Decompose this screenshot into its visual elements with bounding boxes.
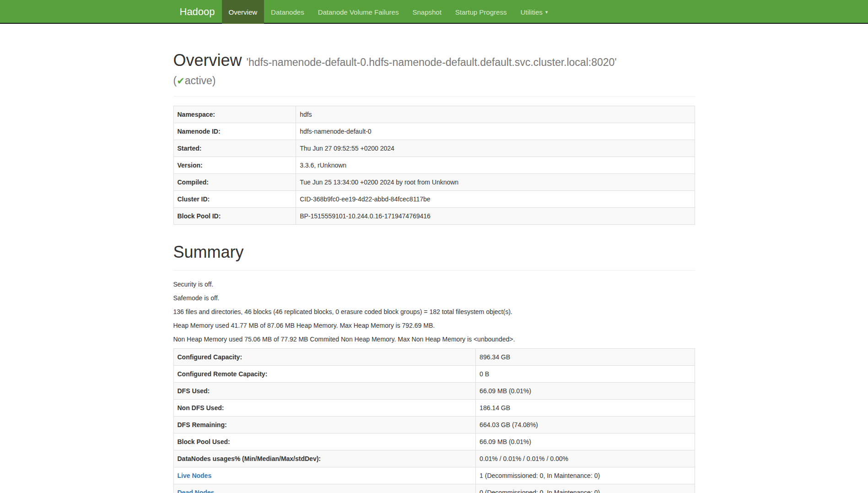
row-label: Configured Capacity: [173, 348, 476, 365]
row-value: 0.01% / 0.01% / 0.01% / 0.00% [476, 450, 695, 467]
row-value: 3.3.6, rUnknown [296, 157, 695, 174]
main-content: Overview 'hdfs-namenode-default-0.hdfs-n… [167, 51, 702, 493]
tab-datanodes[interactable]: Datanodes [264, 0, 311, 24]
row-label: Started: [173, 140, 296, 157]
row-label: Block Pool Used: [173, 433, 476, 450]
row-value: 186.14 GB [476, 399, 695, 416]
row-label: Configured Remote Capacity: [173, 365, 476, 382]
row-value: hdfs [296, 106, 695, 123]
table-row-non-dfs-used: Non DFS Used: 186.14 GB [173, 399, 695, 416]
tab-utilities-label: Utilities [520, 8, 542, 16]
tab-startup-progress[interactable]: Startup Progress [448, 0, 514, 24]
table-row-block-pool-id: Block Pool ID: BP-1515559101-10.244.0.16… [173, 208, 695, 225]
row-label: Compiled: [173, 174, 296, 191]
row-label: Live Nodes [173, 467, 476, 484]
tab-startup-progress-label: Startup Progress [455, 8, 507, 16]
tab-datanode-volume-failures-label: Datanode Volume Failures [318, 8, 399, 16]
overview-page-header: Overview 'hdfs-namenode-default-0.hdfs-n… [173, 51, 695, 97]
table-row-namespace: Namespace: hdfs [173, 106, 695, 123]
dead-nodes-link[interactable]: Dead Nodes [178, 489, 215, 493]
row-label: Version: [173, 157, 296, 174]
row-label: Namespace: [173, 106, 296, 123]
summary-table: Configured Capacity: 896.34 GB Configure… [173, 348, 695, 493]
table-row-dead-nodes: Dead Nodes 0 (Decommissioned: 0, In Main… [173, 484, 695, 493]
heap-memory-text: Heap Memory used 41.77 MB of 87.06 MB He… [173, 321, 695, 330]
row-value: CID-368b9fc0-ee19-4d22-abbd-84fcec8117be [296, 191, 695, 208]
namenode-status: (✔active) [173, 75, 216, 87]
navbar-tabs: Overview Datanodes Datanode Volume Failu… [222, 0, 555, 24]
row-label: DFS Remaining: [173, 416, 476, 433]
table-row-namenode-id: Namenode ID: hdfs-namenode-default-0 [173, 123, 695, 140]
row-value: 66.09 MB (0.01%) [476, 382, 695, 399]
row-label: Dead Nodes [173, 484, 476, 493]
row-label: Namenode ID: [173, 123, 296, 140]
top-navbar: Hadoop Overview Datanodes Datanode Volum… [0, 0, 868, 24]
table-row-compiled: Compiled: Tue Jun 25 13:34:00 +0200 2024… [173, 174, 695, 191]
row-value: hdfs-namenode-default-0 [296, 123, 695, 140]
table-row-cluster-id: Cluster ID: CID-368b9fc0-ee19-4d22-abbd-… [173, 191, 695, 208]
table-row-version: Version: 3.3.6, rUnknown [173, 157, 695, 174]
table-row-dfs-used: DFS Used: 66.09 MB (0.01%) [173, 382, 695, 399]
row-value: 66.09 MB (0.01%) [476, 433, 695, 450]
page-title-text: Overview [173, 51, 242, 70]
table-row-live-nodes: Live Nodes 1 (Decommissioned: 0, In Main… [173, 467, 695, 484]
table-row-started: Started: Thu Jun 27 09:52:55 +0200 2024 [173, 140, 695, 157]
caret-down-icon: ▾ [545, 9, 548, 15]
row-value: 1 (Decommissioned: 0, In Maintenance: 0) [476, 467, 695, 484]
tab-snapshot[interactable]: Snapshot [405, 0, 448, 24]
row-value: Tue Jun 25 13:34:00 +0200 2024 by root f… [296, 174, 695, 191]
row-value: 0 (Decommissioned: 0, In Maintenance: 0) [476, 484, 695, 493]
summary-section-header: Summary [173, 243, 695, 271]
table-row-datanode-usages: DataNodes usages% (Min/Median/Max/stdDev… [173, 450, 695, 467]
row-label: Non DFS Used: [173, 399, 476, 416]
table-row-configured-capacity: Configured Capacity: 896.34 GB [173, 348, 695, 365]
tab-overview-label: Overview [229, 8, 258, 16]
table-row-configured-remote-capacity: Configured Remote Capacity: 0 B [173, 365, 695, 382]
filesystem-objects-text: 136 files and directories, 46 blocks (46… [173, 307, 695, 316]
row-value: 0 B [476, 365, 695, 382]
page-title: Overview 'hdfs-namenode-default-0.hdfs-n… [173, 51, 695, 87]
summary-title: Summary [173, 243, 695, 261]
tab-datanodes-label: Datanodes [271, 8, 304, 16]
navbar-brand-hadoop[interactable]: Hadoop [173, 0, 222, 24]
tab-overview[interactable]: Overview [222, 0, 264, 24]
row-value: Thu Jun 27 09:52:55 +0200 2024 [296, 140, 695, 157]
non-heap-memory-text: Non Heap Memory used 75.06 MB of 77.92 M… [173, 335, 695, 344]
live-nodes-link[interactable]: Live Nodes [178, 472, 212, 479]
namenode-address: 'hdfs-namenode-default-0.hdfs-namenode-d… [247, 56, 617, 68]
check-icon: ✔ [177, 76, 185, 86]
row-label: Cluster ID: [173, 191, 296, 208]
row-label: Block Pool ID: [173, 208, 296, 225]
row-value: 896.34 GB [476, 348, 695, 365]
row-value: BP-1515559101-10.244.0.16-1719474769416 [296, 208, 695, 225]
navbar-container: Hadoop Overview Datanodes Datanode Volum… [167, 0, 702, 24]
tab-datanode-volume-failures[interactable]: Datanode Volume Failures [311, 0, 406, 24]
table-row-dfs-remaining: DFS Remaining: 664.03 GB (74.08%) [173, 416, 695, 433]
tab-snapshot-label: Snapshot [412, 8, 441, 16]
status-active-label: active) [185, 75, 216, 87]
table-row-block-pool-used: Block Pool Used: 66.09 MB (0.01%) [173, 433, 695, 450]
security-status-text: Security is off. [173, 280, 695, 289]
namenode-info-table: Namespace: hdfs Namenode ID: hdfs-nameno… [173, 106, 695, 225]
safemode-status-text: Safemode is off. [173, 293, 695, 303]
row-label: DataNodes usages% (Min/Median/Max/stdDev… [173, 450, 476, 467]
row-label: DFS Used: [173, 382, 476, 399]
tab-utilities-dropdown[interactable]: Utilities ▾ [513, 0, 555, 24]
row-value: 664.03 GB (74.08%) [476, 416, 695, 433]
